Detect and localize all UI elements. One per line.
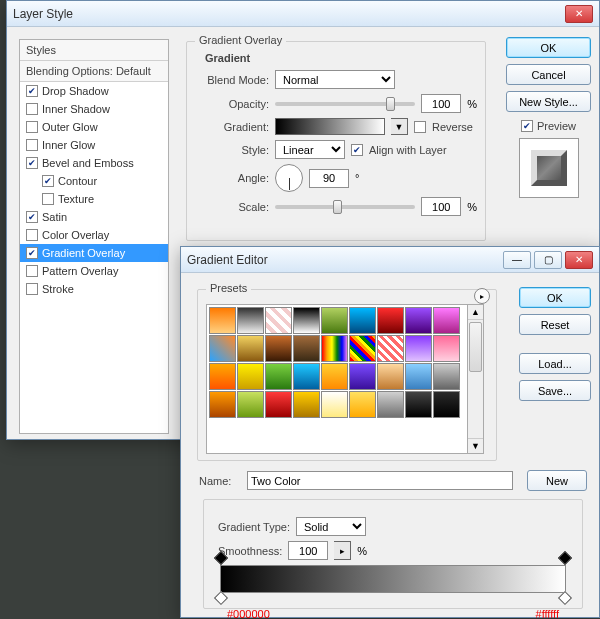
preset-swatch[interactable] [293,391,320,418]
opacity-stop-left[interactable] [216,553,226,565]
preset-swatch[interactable] [349,307,376,334]
preset-swatch[interactable] [209,363,236,390]
opacity-stop-right[interactable] [560,553,570,565]
style-item-contour[interactable]: ✔Contour [20,172,168,190]
save-button[interactable]: Save... [519,380,591,401]
minimize-button[interactable]: — [503,251,531,269]
style-item-texture[interactable]: Texture [20,190,168,208]
color-stop-right[interactable] [560,593,570,605]
preset-swatch[interactable] [265,307,292,334]
preset-swatch[interactable] [377,335,404,362]
preset-swatch[interactable] [265,391,292,418]
style-item-drop-shadow[interactable]: ✔Drop Shadow [20,82,168,100]
blending-options-row[interactable]: Blending Options: Default [20,61,168,82]
preset-swatch[interactable] [209,391,236,418]
preset-swatch[interactable] [237,363,264,390]
scroll-up-icon[interactable]: ▲ [468,305,483,320]
preset-swatch[interactable] [433,307,460,334]
cancel-button[interactable]: Cancel [506,64,591,85]
style-item-gradient-overlay[interactable]: ✔Gradient Overlay [20,244,168,262]
style-item-outer-glow[interactable]: Outer Glow [20,118,168,136]
align-checkbox[interactable]: ✔ [351,144,363,156]
style-checkbox[interactable] [26,283,38,295]
preset-swatch[interactable] [293,363,320,390]
style-checkbox[interactable] [26,265,38,277]
opacity-input[interactable] [421,94,461,113]
smoothness-stepper-icon[interactable]: ▸ [334,541,351,560]
style-checkbox[interactable] [42,193,54,205]
style-item-bevel-and-emboss[interactable]: ✔Bevel and Emboss [20,154,168,172]
scroll-down-icon[interactable]: ▼ [468,438,483,453]
preset-swatch[interactable] [209,335,236,362]
styles-header[interactable]: Styles [20,40,168,61]
style-item-pattern-overlay[interactable]: Pattern Overlay [20,262,168,280]
preset-swatch[interactable] [377,307,404,334]
smoothness-input[interactable] [288,541,328,560]
style-checkbox[interactable] [26,229,38,241]
style-checkbox[interactable]: ✔ [42,175,54,187]
reset-button[interactable]: Reset [519,314,591,335]
preset-swatch[interactable] [433,335,460,362]
preset-swatch[interactable] [405,391,432,418]
preset-swatch[interactable] [405,307,432,334]
preset-swatch[interactable] [237,335,264,362]
preset-swatch[interactable] [349,363,376,390]
style-item-inner-shadow[interactable]: Inner Shadow [20,100,168,118]
angle-input[interactable] [309,169,349,188]
preset-swatch[interactable] [321,335,348,362]
style-checkbox[interactable]: ✔ [26,247,38,259]
color-stop-left[interactable] [216,593,226,605]
close-button[interactable]: ✕ [565,251,593,269]
new-button[interactable]: New [527,470,587,491]
style-checkbox[interactable] [26,139,38,151]
gradient-dropdown-icon[interactable]: ▼ [391,118,408,135]
load-button[interactable]: Load... [519,353,591,374]
maximize-button[interactable]: ▢ [534,251,562,269]
preset-swatch[interactable] [293,307,320,334]
style-checkbox[interactable] [26,121,38,133]
angle-wheel[interactable] [275,164,303,192]
preset-swatch[interactable] [265,335,292,362]
preset-swatch[interactable] [321,391,348,418]
preset-swatch[interactable] [237,307,264,334]
style-checkbox[interactable]: ✔ [26,157,38,169]
style-checkbox[interactable]: ✔ [26,85,38,97]
gradient-preview[interactable] [275,118,385,135]
presets-menu-icon[interactable]: ▸ [474,288,490,304]
style-checkbox[interactable] [26,103,38,115]
preset-swatch[interactable] [433,391,460,418]
scale-slider[interactable] [275,205,415,209]
scroll-thumb[interactable] [469,322,482,372]
presets-scrollbar[interactable]: ▲ ▼ [468,304,484,454]
titlebar[interactable]: Gradient Editor — ▢ ✕ [181,247,599,273]
style-item-color-overlay[interactable]: Color Overlay [20,226,168,244]
preset-swatch[interactable] [237,391,264,418]
preset-swatch[interactable] [377,363,404,390]
name-input[interactable] [247,471,513,490]
preset-swatch[interactable] [433,363,460,390]
scale-input[interactable] [421,197,461,216]
style-item-stroke[interactable]: Stroke [20,280,168,298]
preview-checkbox[interactable]: ✔ [521,120,533,132]
ok-button[interactable]: OK [506,37,591,58]
preset-swatch[interactable] [349,391,376,418]
new-style-button[interactable]: New Style... [506,91,591,112]
reverse-checkbox[interactable] [414,121,426,133]
style-item-inner-glow[interactable]: Inner Glow [20,136,168,154]
preset-swatch[interactable] [405,363,432,390]
ok-button[interactable]: OK [519,287,591,308]
preset-swatch[interactable] [265,363,292,390]
style-item-satin[interactable]: ✔Satin [20,208,168,226]
opacity-slider[interactable] [275,102,415,106]
close-button[interactable]: ✕ [565,5,593,23]
preset-swatch[interactable] [377,391,404,418]
blend-mode-select[interactable]: Normal [275,70,395,89]
preset-swatch[interactable] [321,307,348,334]
style-checkbox[interactable]: ✔ [26,211,38,223]
preset-swatch[interactable] [405,335,432,362]
style-select[interactable]: Linear [275,140,345,159]
titlebar[interactable]: Layer Style ✕ [7,1,599,27]
gradient-bar[interactable]: #000000 #ffffff [220,565,566,593]
preset-swatch[interactable] [321,363,348,390]
gradient-type-select[interactable]: Solid [296,517,366,536]
